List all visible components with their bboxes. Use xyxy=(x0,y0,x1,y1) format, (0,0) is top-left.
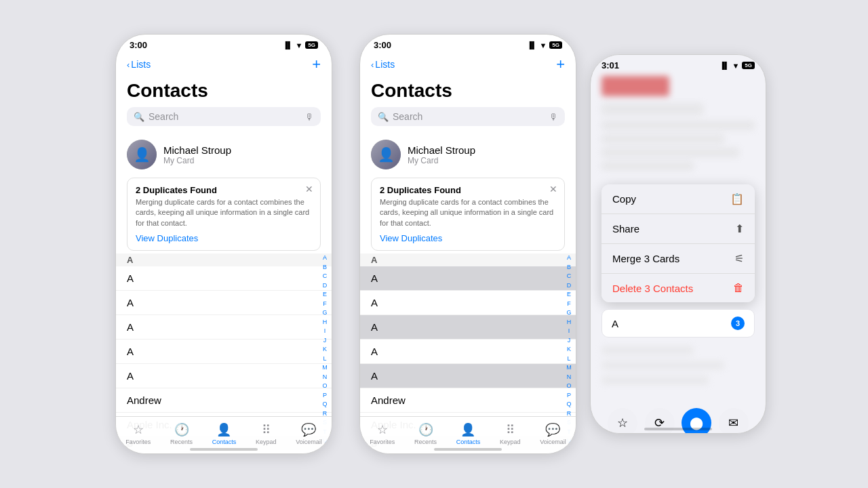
home-indicator-3 xyxy=(644,428,712,430)
favorites-icon-1: ☆ xyxy=(133,422,144,437)
merge-icon: ⚟ xyxy=(734,252,744,265)
blurred-bottom xyxy=(591,343,766,393)
time-3: 3:01 xyxy=(601,60,619,70)
share-label: Share xyxy=(612,223,639,235)
search-placeholder-2: Search xyxy=(393,111,545,122)
phone-frame-2: 3:00 ▐▌ ▼ 5G ‹ Lists + Contacts 🔍 Search… xyxy=(359,34,576,454)
contact-row-1-0[interactable]: A xyxy=(116,266,332,291)
back-button-2[interactable]: ‹ Lists xyxy=(371,59,395,70)
tab-voicemail-2[interactable]: 💬 Voicemail xyxy=(540,422,566,445)
dup-link-1[interactable]: View Duplicates xyxy=(136,233,312,243)
home-indicator-1 xyxy=(190,448,258,451)
tab-contacts-2[interactable]: 👤 Contacts xyxy=(456,422,481,445)
avatar-image-1: 👤 xyxy=(127,140,157,169)
chevron-icon-2: ‹ xyxy=(371,60,374,70)
delete-label: Delete 3 Contacts xyxy=(612,283,693,294)
voicemail-icon-2: 💬 xyxy=(545,422,560,437)
nav-bar-1: ‹ Lists + xyxy=(116,53,332,79)
phone-frame-3: 3:01 ▐▌ ▼ 5G Copy 📋 Share ⬆ xyxy=(590,54,766,434)
contacts-icon-1: 👤 xyxy=(216,422,231,437)
battery-icon-3: 5G xyxy=(742,62,755,69)
duplicates-banner-1: ✕ 2 Duplicates Found Merging duplicate c… xyxy=(127,178,321,251)
copy-label: Copy xyxy=(612,193,636,205)
back-label-1: Lists xyxy=(131,59,151,70)
context-delete[interactable]: Delete 3 Contacts 🗑 xyxy=(601,274,755,302)
search-bar-1[interactable]: 🔍 Search 🎙 xyxy=(127,107,321,126)
tab-recents-1[interactable]: 🕐 Recents xyxy=(170,422,193,445)
close-banner-2[interactable]: ✕ xyxy=(549,184,557,195)
close-banner-1[interactable]: ✕ xyxy=(305,184,313,195)
my-card-info-2: Michael Stroup My Card xyxy=(408,144,475,165)
time-2: 3:00 xyxy=(374,40,391,50)
contact-row-2-3[interactable]: A xyxy=(360,340,576,364)
voicemail-icon-1: 💬 xyxy=(301,422,316,437)
my-card-label-1: My Card xyxy=(163,156,231,165)
dup-desc-2: Merging duplicate cards for a contact co… xyxy=(380,197,556,228)
bottom-icon-3[interactable]: ✉ xyxy=(719,408,749,434)
context-merge[interactable]: Merge 3 Cards ⚟ xyxy=(601,244,755,274)
context-copy[interactable]: Copy 📋 xyxy=(601,184,755,214)
search-placeholder-1: Search xyxy=(149,111,301,122)
tab-keypad-2[interactable]: ⠿ Keypad xyxy=(500,422,521,445)
tab-keypad-1[interactable]: ⠿ Keypad xyxy=(256,422,277,445)
back-button-1[interactable]: ‹ Lists xyxy=(127,59,151,70)
my-card-row-2[interactable]: 👤 Michael Stroup My Card xyxy=(360,134,576,175)
dup-title-2: 2 Duplicates Found xyxy=(380,185,556,195)
status-bar-1: 3:00 ▐▌ ▼ 5G xyxy=(116,35,332,53)
avatar-image-2: 👤 xyxy=(371,140,401,169)
selected-bar-3: A 3 xyxy=(601,309,755,338)
mic-icon-1: 🎙 xyxy=(305,112,314,122)
recents-icon-1: 🕐 xyxy=(174,422,189,437)
recents-icon-2: 🕐 xyxy=(418,422,433,437)
duplicates-banner-2: ✕ 2 Duplicates Found Merging duplicate c… xyxy=(371,178,565,251)
back-label-2: Lists xyxy=(375,59,395,70)
home-indicator-2 xyxy=(434,448,502,451)
status-icons-1: ▐▌ ▼ 5G xyxy=(283,41,318,49)
tab-contacts-1[interactable]: 👤 Contacts xyxy=(212,422,237,445)
contact-row-1-4[interactable]: A xyxy=(116,364,332,388)
contact-row-2-2[interactable]: A xyxy=(360,315,576,340)
contact-row-1-2[interactable]: A xyxy=(116,315,332,340)
wifi-icon-1: ▼ xyxy=(295,41,302,49)
search-icon-1: 🔍 xyxy=(134,112,144,122)
contact-row-2-4[interactable]: A xyxy=(360,364,576,388)
favorites-icon-2: ☆ xyxy=(377,422,388,437)
tab-recents-2[interactable]: 🕐 Recents xyxy=(414,422,437,445)
add-button-1[interactable]: + xyxy=(312,56,321,73)
status-icons-3: ▐▌ ▼ 5G xyxy=(719,62,755,70)
signal-icon-3: ▐▌ xyxy=(719,62,729,69)
delete-icon: 🗑 xyxy=(733,282,744,294)
wifi-icon-2: ▼ xyxy=(539,41,547,49)
dup-link-2[interactable]: View Duplicates xyxy=(380,233,556,243)
keypad-icon-1: ⠿ xyxy=(262,422,271,437)
status-bar-3: 3:01 ▐▌ ▼ 5G xyxy=(591,55,766,73)
tab-favorites-2[interactable]: ☆ Favorites xyxy=(370,422,395,445)
avatar-2: 👤 xyxy=(371,140,401,169)
bottom-icon-1[interactable]: ☆ xyxy=(608,408,637,434)
section-header-A-2: A xyxy=(360,253,576,266)
merge-label: Merge 3 Cards xyxy=(612,253,679,264)
page-title-2: Contacts xyxy=(360,79,576,107)
context-share[interactable]: Share ⬆ xyxy=(601,214,755,244)
my-card-row-1[interactable]: 👤 Michael Stroup My Card xyxy=(116,134,332,175)
phone-frame-1: 3:00 ▐▌ ▼ 5G ‹ Lists + Contacts 🔍 Search… xyxy=(115,34,332,454)
contact-row-1-andrew[interactable]: Andrew xyxy=(116,388,332,413)
selected-badge-3: 3 xyxy=(731,317,745,330)
tab-voicemail-1[interactable]: 💬 Voicemail xyxy=(296,422,322,445)
contact-row-1-1[interactable]: A xyxy=(116,291,332,315)
search-icon-2: 🔍 xyxy=(378,112,389,122)
contact-row-2-0[interactable]: A xyxy=(360,266,576,291)
page-title-1: Contacts xyxy=(116,79,332,107)
search-bar-2[interactable]: 🔍 Search 🎙 xyxy=(371,107,565,126)
battery-icon-1: 5G xyxy=(305,41,318,49)
contact-row-2-andrew[interactable]: Andrew xyxy=(360,388,576,413)
battery-icon-2: 5G xyxy=(549,41,562,49)
contact-row-2-1[interactable]: A xyxy=(360,291,576,315)
dup-desc-1: Merging duplicate cards for a contact co… xyxy=(136,197,312,228)
add-button-2[interactable]: + xyxy=(556,56,565,73)
share-icon: ⬆ xyxy=(735,222,744,235)
chevron-icon-1: ‹ xyxy=(127,60,130,70)
tab-favorites-1[interactable]: ☆ Favorites xyxy=(125,422,151,445)
status-bar-2: 3:00 ▐▌ ▼ 5G xyxy=(360,35,576,53)
contact-row-1-3[interactable]: A xyxy=(116,340,332,364)
